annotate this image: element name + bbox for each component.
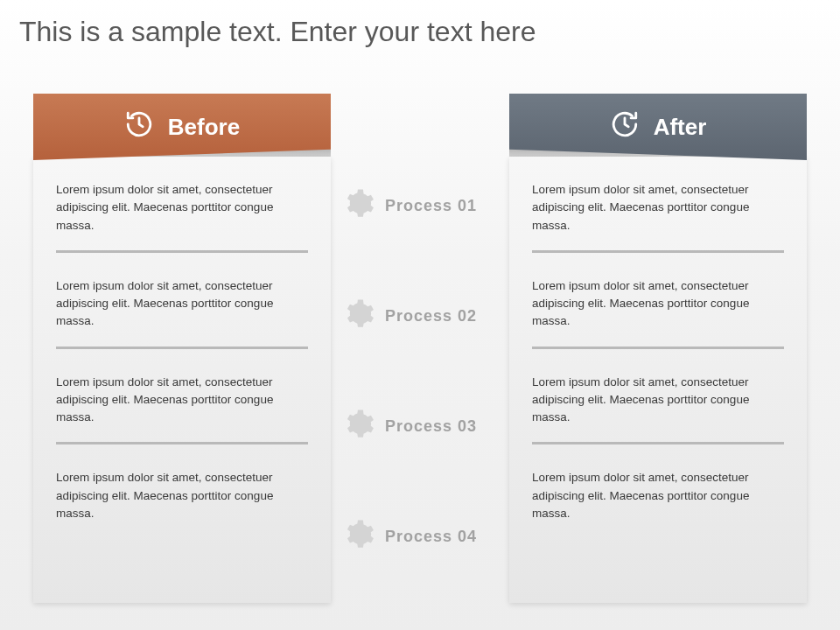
divider [532, 442, 784, 444]
list-item: Lorem ipsum dolor sit amet, consectetuer… [532, 374, 784, 427]
refresh-clock-icon [610, 109, 640, 145]
before-column: Before Lorem ipsum dolor sit amet, conse… [33, 94, 331, 610]
list-item: Lorem ipsum dolor sit amet, consectetuer… [56, 469, 308, 522]
divider [532, 250, 784, 253]
list-item: Lorem ipsum dolor sit amet, consectetuer… [56, 277, 308, 331]
process-label: Process 02 [385, 307, 477, 326]
after-panel: Lorem ipsum dolor sit amet, consectetuer… [509, 157, 807, 603]
gear-icon [343, 519, 374, 554]
process-row: Process 04 [343, 519, 497, 554]
page-title: This is a sample text. Enter your text h… [19, 16, 821, 48]
after-label: After [654, 114, 707, 141]
gear-icon [343, 409, 374, 444]
after-column: After Lorem ipsum dolor sit amet, consec… [509, 94, 807, 610]
process-row: Process 01 [343, 188, 497, 223]
before-label: Before [168, 114, 240, 141]
divider [56, 346, 308, 349]
before-header: Before [33, 94, 331, 160]
list-item: Lorem ipsum dolor sit amet, consectetuer… [532, 181, 784, 234]
divider [532, 346, 784, 349]
divider [56, 442, 308, 444]
content-area: Before Lorem ipsum dolor sit amet, conse… [19, 94, 821, 610]
process-label: Process 03 [385, 417, 477, 436]
list-item: Lorem ipsum dolor sit amet, consectetuer… [532, 277, 784, 331]
history-icon [124, 109, 154, 145]
gear-icon [343, 188, 374, 223]
gear-icon [343, 298, 374, 333]
process-row: Process 03 [343, 409, 497, 444]
before-panel: Lorem ipsum dolor sit amet, consectetuer… [33, 157, 331, 603]
list-item: Lorem ipsum dolor sit amet, consectetuer… [532, 469, 784, 522]
process-label: Process 01 [385, 197, 477, 215]
process-label: Process 04 [385, 528, 477, 546]
list-item: Lorem ipsum dolor sit amet, consectetuer… [56, 374, 308, 427]
process-list: Process 01 Process 02 Process 03 Process… [343, 188, 497, 554]
divider [56, 250, 308, 253]
process-row: Process 02 [343, 298, 497, 333]
list-item: Lorem ipsum dolor sit amet, consectetuer… [56, 181, 308, 234]
after-header: After [509, 94, 807, 160]
